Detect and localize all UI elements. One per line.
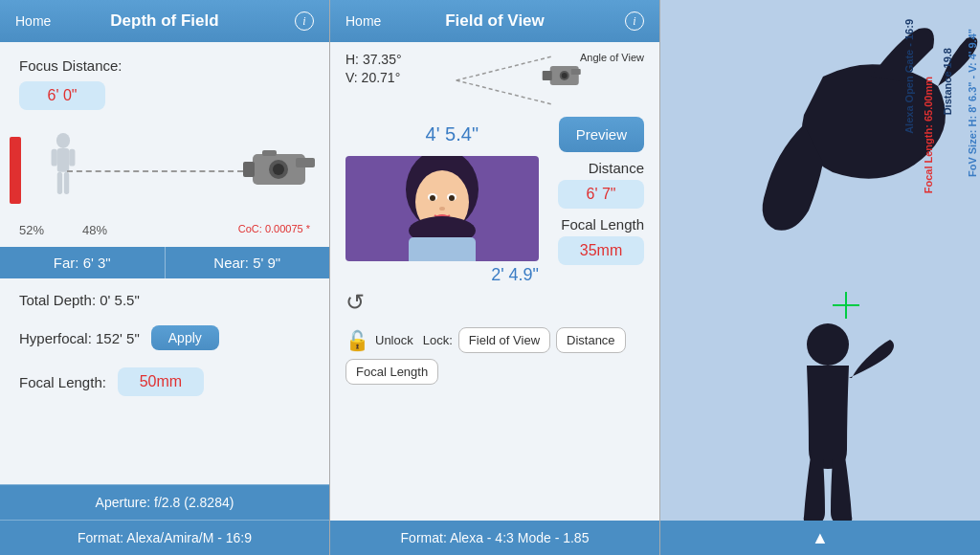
- fov-h-preview-row: 4' 5.4" Preview: [330, 113, 659, 156]
- lock-distance-button[interactable]: Distance: [556, 327, 626, 353]
- hyperfocal-row: Hyperfocal: 152' 5" Apply: [19, 325, 310, 350]
- distance-label: Distance: [589, 160, 644, 176]
- distance-label-p3: Distance 19.8: [942, 48, 953, 115]
- angle-values: H: 37.35° V: 20.71°: [345, 52, 402, 85]
- svg-rect-7: [243, 162, 255, 177]
- panel1-bottom-bar: Aperture: f/2.8 (2.8284) Format: Alexa/A…: [0, 484, 329, 555]
- coc-label: CoC: 0.00075 *: [238, 223, 310, 234]
- focal-length-section: Focal Length 35mm: [558, 216, 644, 265]
- focus-distance-value[interactable]: 6' 0": [19, 81, 105, 110]
- pct-left-label: 52%: [19, 223, 44, 237]
- svg-line-13: [456, 80, 551, 104]
- svg-rect-16: [570, 69, 580, 75]
- aov-label: Angle of View: [580, 52, 644, 64]
- focal-length-label: Focal Length:: [19, 374, 106, 390]
- dof-diagram: [10, 118, 320, 223]
- focal-length-label-p3: Focal Length: 65.00mm: [923, 77, 934, 193]
- svg-rect-3: [69, 149, 75, 166]
- focus-distance-section: Focus Distance: 6' 0": [0, 42, 329, 118]
- aov-diagram: Angle of View: [402, 52, 644, 109]
- panel1-home-button[interactable]: Home: [15, 13, 51, 29]
- svg-point-0: [56, 133, 70, 148]
- focal-length-value[interactable]: 50mm: [118, 367, 204, 396]
- depth-of-field-panel: Home Depth of Field i Focus Distance: 6'…: [0, 0, 330, 555]
- lock-fov-button[interactable]: Field of View: [458, 327, 550, 353]
- panel2-title: Field of View: [445, 11, 545, 31]
- thumbnail-left: 2' 4.9" ↺: [345, 156, 539, 320]
- panel1-title: Depth of Field: [110, 11, 218, 31]
- focal-length-row: Focal Length: 50mm: [19, 367, 310, 396]
- pct-right-label: 48%: [82, 223, 107, 237]
- fov-size-label: FoV Size: H: 8' 6.3" - V: 4' 9.4": [967, 29, 978, 177]
- svg-point-31: [807, 323, 849, 366]
- svg-rect-10: [296, 158, 315, 167]
- field-of-view-panel: Home Field of View i H: 37.35° V: 20.71°…: [330, 0, 660, 555]
- svg-point-9: [273, 164, 284, 175]
- reload-button[interactable]: ↺: [345, 285, 365, 320]
- lock-focal-button[interactable]: Focal Length: [345, 359, 438, 385]
- focal-length-value-p2[interactable]: 35mm: [558, 236, 644, 265]
- dof-dashed-line: [67, 170, 243, 172]
- thumbnail-area: 2' 4.9" ↺ Distance 6' 7" Focal Length 35…: [330, 156, 659, 320]
- aperture-button[interactable]: Aperture: f/2.8 (2.8284): [0, 484, 329, 520]
- distance-section: Distance 6' 7": [558, 160, 644, 209]
- svg-rect-4: [57, 172, 62, 194]
- angle-v-value: V: 20.71°: [345, 70, 402, 85]
- svg-point-26: [439, 207, 445, 211]
- fov-thumbnail: [345, 156, 539, 261]
- lock-unlock-row: 🔓 Unlock Lock: Field of View Distance Fo…: [330, 320, 659, 388]
- svg-point-24: [430, 195, 435, 201]
- fov-v-value: 2' 4.9": [345, 261, 539, 285]
- far-value: Far: 6' 3": [0, 247, 165, 278]
- panel2-home-button[interactable]: Home: [345, 13, 381, 29]
- focal-length-label-p2: Focal Length: [561, 216, 644, 233]
- near-red-bar: [10, 137, 21, 204]
- panel3-nav-bar[interactable]: ▲: [660, 521, 980, 555]
- fov-visualization-panel: FoV Size: H: 8' 6.3" - V: 4' 9.4" Distan…: [660, 0, 980, 555]
- format-label-p3: Alexa Open Gate - 16:9: [903, 19, 915, 134]
- camera-icon-p1: [243, 144, 320, 196]
- near-value: Near: 5' 9": [166, 247, 330, 278]
- angle-h-value: H: 37.35°: [345, 52, 402, 67]
- total-depth-label: Total Depth: 0' 5.5": [19, 292, 140, 308]
- crosshair-vertical: [845, 292, 847, 319]
- panel2-info-button[interactable]: i: [625, 11, 644, 31]
- far-near-bar: Far: 6' 3" Near: 5' 9": [0, 247, 329, 278]
- lock-icon: 🔓: [345, 329, 369, 352]
- dof-labels-row: 52% 48% CoC: 0.00075 *: [0, 223, 329, 241]
- svg-point-25: [449, 195, 455, 201]
- fov-h-value: 4' 5.4": [345, 123, 559, 145]
- panel2-format-bar[interactable]: Format: Alexa - 4:3 Mode - 1.85: [330, 521, 659, 555]
- preview-button[interactable]: Preview: [559, 117, 644, 152]
- svg-line-12: [456, 56, 551, 80]
- distance-focal-column: Distance 6' 7" Focal Length 35mm: [539, 156, 644, 265]
- distance-value[interactable]: 6' 7": [558, 180, 644, 209]
- panel1-info-button[interactable]: i: [295, 11, 314, 31]
- hyperfocal-label: Hyperfocal: 152' 5": [19, 330, 140, 346]
- unlock-label: Unlock: [375, 333, 413, 347]
- panel3-nav-arrow: ▲: [812, 528, 829, 548]
- svg-rect-5: [64, 172, 69, 194]
- lock-label: Lock:: [423, 333, 453, 347]
- angle-section: H: 37.35° V: 20.71° Angle of View: [330, 42, 659, 113]
- total-depth-row: Total Depth: 0' 5.5": [19, 292, 310, 308]
- format-button[interactable]: Format: Alexa/Amira/M - 16:9: [0, 520, 329, 555]
- dof-stats: Total Depth: 0' 5.5" Hyperfocal: 152' 5"…: [0, 278, 329, 410]
- svg-rect-11: [262, 150, 277, 156]
- panel1-header: Home Depth of Field i: [0, 0, 329, 42]
- svg-rect-15: [542, 71, 551, 80]
- svg-rect-1: [57, 148, 69, 172]
- svg-rect-29: [409, 237, 476, 261]
- panel3-inner: FoV Size: H: 8' 6.3" - V: 4' 9.4" Distan…: [660, 0, 980, 555]
- focus-distance-label: Focus Distance:: [19, 57, 310, 74]
- apply-button[interactable]: Apply: [151, 325, 219, 350]
- svg-rect-2: [52, 149, 57, 166]
- panel2-header: Home Field of View i: [330, 0, 659, 42]
- svg-point-18: [561, 73, 567, 78]
